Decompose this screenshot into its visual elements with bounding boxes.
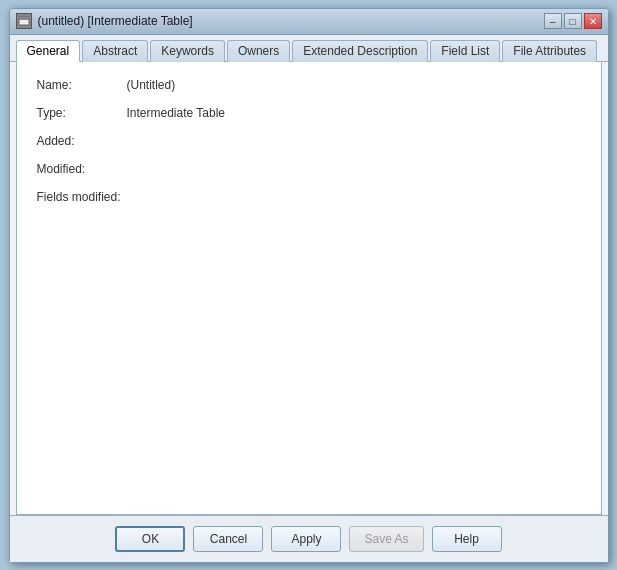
tab-general[interactable]: General	[16, 40, 81, 62]
name-label: Name:	[37, 78, 127, 92]
added-row: Added:	[37, 134, 581, 148]
button-bar: OK Cancel Apply Save As Help	[10, 515, 608, 562]
main-window: (untitled) [Intermediate Table] – □ ✕ Ge…	[9, 8, 609, 563]
modified-row: Modified:	[37, 162, 581, 176]
title-bar: (untitled) [Intermediate Table] – □ ✕	[10, 9, 608, 35]
tab-file-attributes[interactable]: File Attributes	[502, 40, 597, 62]
maximize-button[interactable]: □	[564, 13, 582, 29]
fields-modified-label: Fields modified:	[37, 190, 127, 204]
fields-modified-row: Fields modified:	[37, 190, 581, 204]
window-icon	[16, 13, 32, 29]
cancel-button[interactable]: Cancel	[193, 526, 263, 552]
close-button[interactable]: ✕	[584, 13, 602, 29]
modified-label: Modified:	[37, 162, 127, 176]
save-as-button[interactable]: Save As	[349, 526, 423, 552]
added-label: Added:	[37, 134, 127, 148]
title-buttons: – □ ✕	[544, 13, 602, 29]
tab-field-list[interactable]: Field List	[430, 40, 500, 62]
tab-bar: General Abstract Keywords Owners Extende…	[10, 35, 608, 62]
tab-keywords[interactable]: Keywords	[150, 40, 225, 62]
content-area: Name: (Untitled) Type: Intermediate Tabl…	[16, 62, 602, 515]
window-title: (untitled) [Intermediate Table]	[38, 14, 193, 28]
minimize-button[interactable]: –	[544, 13, 562, 29]
help-button[interactable]: Help	[432, 526, 502, 552]
tab-owners[interactable]: Owners	[227, 40, 290, 62]
type-row: Type: Intermediate Table	[37, 106, 581, 120]
svg-rect-1	[19, 17, 29, 20]
apply-button[interactable]: Apply	[271, 526, 341, 552]
ok-button[interactable]: OK	[115, 526, 185, 552]
type-value: Intermediate Table	[127, 106, 226, 120]
tab-extended-description[interactable]: Extended Description	[292, 40, 428, 62]
type-label: Type:	[37, 106, 127, 120]
name-row: Name: (Untitled)	[37, 78, 581, 92]
name-value: (Untitled)	[127, 78, 176, 92]
tab-abstract[interactable]: Abstract	[82, 40, 148, 62]
